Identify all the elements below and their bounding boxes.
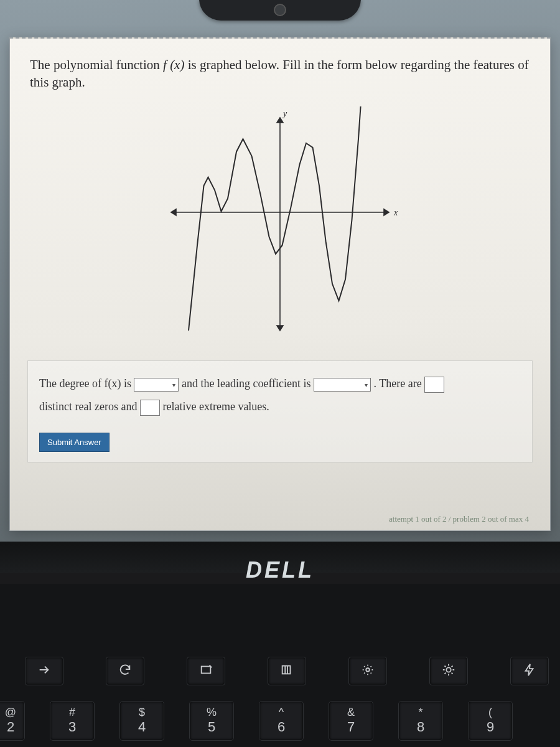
graph-container: x y <box>10 106 550 343</box>
laptop-screen: The polynomial function f (x) is graphed… <box>0 0 560 543</box>
extremes-input[interactable] <box>140 400 160 416</box>
answer-text: distinct real zeros and <box>39 400 140 413</box>
fn-key-refresh <box>106 657 144 685</box>
attempt-counter: attempt 1 out of 2 / problem 2 out of ma… <box>389 514 529 524</box>
answer-text: and the leading coefficient is <box>182 377 314 390</box>
svg-point-11 <box>366 668 370 672</box>
key-7: &7 <box>329 701 373 741</box>
degree-select[interactable]: ▾ <box>134 378 179 392</box>
answer-card: The degree of f(x) is ▾ and the leading … <box>27 360 533 463</box>
key-digit: 3 <box>68 719 76 735</box>
webcam-notch <box>199 0 361 21</box>
bolt-icon <box>523 663 536 680</box>
fn-key-bolt <box>510 657 549 685</box>
key-symbol: ( <box>488 707 492 718</box>
key-digit: 8 <box>417 719 424 735</box>
key-digit: 4 <box>138 719 146 735</box>
svg-marker-5 <box>277 326 283 331</box>
problem-page: The polynomial function f (x) is graphed… <box>9 37 551 531</box>
function-key-row <box>25 657 560 685</box>
key-6: ^6 <box>259 701 304 741</box>
arrow-right-icon <box>37 663 51 680</box>
svg-marker-2 <box>171 209 176 215</box>
chevron-down-icon: ▾ <box>365 378 368 392</box>
submit-answer-button[interactable]: Submit Answer <box>39 433 110 452</box>
key-digit: 5 <box>208 719 215 735</box>
zeros-input[interactable] <box>424 377 444 393</box>
pause-icon <box>280 663 294 680</box>
answer-line-1: The degree of f(x) is ▾ and the leading … <box>39 372 521 396</box>
key-symbol: @ <box>5 707 16 718</box>
prompt-text-a: The polynomial function <box>30 57 163 72</box>
svg-marker-4 <box>277 118 283 123</box>
key-symbol: & <box>347 707 355 718</box>
key-2: @2 <box>0 701 25 741</box>
sun-low-icon <box>361 663 375 680</box>
question-prompt: The polynomial function f (x) is graphed… <box>10 39 550 98</box>
svg-rect-8 <box>282 665 291 674</box>
key-digit: 7 <box>347 719 355 735</box>
key-5: %5 <box>189 701 234 741</box>
fn-key-arrow-right <box>25 657 63 685</box>
key-4: $4 <box>119 701 164 741</box>
fn-key-pause <box>268 657 306 685</box>
photo-scene: The polynomial function f (x) is graphed… <box>0 0 560 747</box>
key-digit: 6 <box>278 719 285 735</box>
refresh-icon <box>118 663 132 680</box>
chevron-down-icon: ▾ <box>172 378 175 392</box>
polynomial-curve <box>189 106 363 331</box>
key-8: *8 <box>398 701 443 741</box>
svg-rect-7 <box>202 666 211 673</box>
prompt-fx: f (x) <box>163 57 184 72</box>
fn-key-sun-high <box>429 657 468 685</box>
answer-text: The degree of f(x) is <box>39 377 134 390</box>
key-digit: 9 <box>487 719 494 735</box>
laptop-brand-logo: DELL <box>246 557 314 583</box>
key-3: #3 <box>50 701 95 741</box>
key-symbol: % <box>207 707 217 718</box>
key-symbol: $ <box>139 707 145 718</box>
leading-coeff-select[interactable]: ▾ <box>314 378 371 392</box>
fn-key-rect <box>187 657 225 685</box>
key-digit: 2 <box>7 719 14 735</box>
y-axis-label: y <box>282 109 287 118</box>
svg-point-12 <box>446 667 450 672</box>
key-9: (9 <box>468 701 513 741</box>
key-symbol: ^ <box>279 707 284 718</box>
polynomial-graph: x y <box>152 106 408 343</box>
key-symbol: # <box>69 707 75 718</box>
fn-key-sun-low <box>348 657 387 685</box>
sun-high-icon <box>442 663 455 680</box>
number-key-row: @2#3$4%5^6&7*8(9 <box>0 701 560 741</box>
x-axis-label: x <box>393 208 398 217</box>
rect-icon <box>199 663 213 680</box>
answer-text: . There are <box>374 377 425 390</box>
answer-line-2: distinct real zeros and relative extreme… <box>39 395 521 419</box>
key-symbol: * <box>418 707 422 718</box>
svg-marker-1 <box>384 209 389 215</box>
graph-svg: x y <box>152 106 408 343</box>
answer-text: relative extreme values. <box>162 400 269 413</box>
